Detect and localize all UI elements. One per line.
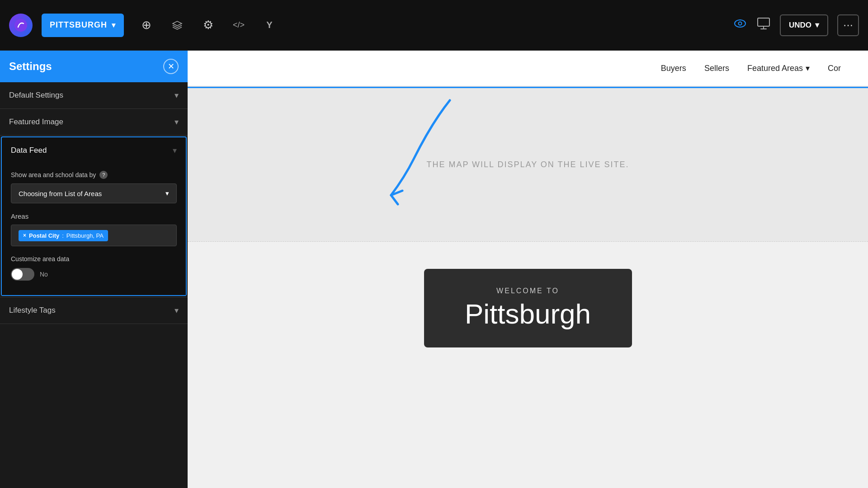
dropdown-chevron-icon: ▾ xyxy=(165,189,169,197)
settings-title: Settings xyxy=(9,60,52,73)
customize-toggle[interactable] xyxy=(11,268,34,281)
default-settings-label: Default Settings xyxy=(9,91,63,100)
area-tag-remove[interactable]: × xyxy=(23,232,26,239)
welcome-city-text: Pittsburgh xyxy=(460,299,596,329)
nav-sellers[interactable]: Sellers xyxy=(704,64,729,73)
svg-point-1 xyxy=(735,20,745,27)
lifestyle-tags-header[interactable]: Lifestyle Tags ▾ xyxy=(0,297,188,324)
lifestyle-chevron-icon: ▾ xyxy=(175,305,179,315)
layers-icon[interactable] xyxy=(168,16,186,34)
lifestyle-tags-section: Lifestyle Tags ▾ xyxy=(0,297,188,324)
undo-button[interactable]: UNDO ▾ xyxy=(780,14,828,36)
toggle-knob xyxy=(12,269,23,280)
featured-areas-chevron-icon: ▾ xyxy=(806,63,810,73)
undo-label: UNDO xyxy=(789,21,811,30)
city-selector[interactable]: PITTSBURGH ▾ xyxy=(42,14,124,37)
nav-cor[interactable]: Cor xyxy=(828,64,841,73)
areas-input[interactable]: × Postal City : Pittsburgh, PA xyxy=(11,225,177,246)
area-tag-separator: : xyxy=(62,232,64,239)
nav-buyers[interactable]: Buyers xyxy=(661,64,686,73)
add-icon[interactable]: ⊕ xyxy=(137,16,156,34)
welcome-section: WELCOME TO Pittsburgh xyxy=(188,242,868,375)
featured-image-chevron-icon: ▾ xyxy=(175,117,179,127)
data-feed-content: Show area and school data by ? Choosing … xyxy=(2,164,186,295)
code-icon[interactable]: </> xyxy=(230,16,248,34)
welcome-to-text: WELCOME TO xyxy=(460,287,596,295)
data-feed-chevron-icon: ▾ xyxy=(173,145,177,155)
default-settings-header[interactable]: Default Settings ▾ xyxy=(0,82,188,108)
default-settings-section: Default Settings ▾ xyxy=(0,82,188,109)
undo-chevron-icon: ▾ xyxy=(815,20,819,30)
nav-featured-areas[interactable]: Featured Areas ▾ xyxy=(747,63,810,73)
data-feed-header[interactable]: Data Feed ▾ xyxy=(2,137,186,164)
yoast-icon[interactable]: Y xyxy=(260,16,278,34)
area-tag: × Postal City : Pittsburgh, PA xyxy=(19,230,108,241)
lifestyle-tags-label: Lifestyle Tags xyxy=(9,306,56,315)
monitor-icon[interactable] xyxy=(756,16,771,34)
settings-sidebar: Settings ✕ Default Settings ▾ Featured I… xyxy=(0,51,188,488)
top-bar-right: UNDO ▾ ⋯ xyxy=(733,14,859,36)
toggle-label: No xyxy=(40,271,48,278)
customize-label: Customize area data xyxy=(11,255,177,263)
top-bar: PITTSBURGH ▾ ⊕ ⚙ </> Y xyxy=(0,0,868,51)
map-placeholder: THE MAP WILL DISPLAY ON THE LIVE SITE. xyxy=(188,88,868,242)
settings-close-button[interactable]: ✕ xyxy=(163,59,179,74)
default-settings-chevron-icon: ▾ xyxy=(175,90,179,100)
nav-icons: ⊕ ⚙ </> Y xyxy=(137,16,278,34)
help-icon[interactable]: ? xyxy=(99,171,108,179)
website-nav: Buyers Sellers Featured Areas ▾ Cor xyxy=(188,51,868,87)
data-feed-section: Data Feed ▾ Show area and school data by… xyxy=(1,136,187,296)
areas-label: Areas xyxy=(11,212,177,220)
logo[interactable] xyxy=(9,14,33,37)
main-layout: Settings ✕ Default Settings ▾ Featured I… xyxy=(0,51,868,488)
toggle-row: No xyxy=(11,268,177,281)
svg-rect-3 xyxy=(758,18,769,26)
show-area-label: Show area and school data by ? xyxy=(11,171,177,179)
area-data-selected: Choosing from List of Areas xyxy=(19,190,102,197)
settings-gear-icon[interactable]: ⚙ xyxy=(199,16,217,34)
area-tag-type: Postal City xyxy=(29,232,59,239)
svg-point-0 xyxy=(14,19,27,32)
featured-image-section: Featured Image ▾ xyxy=(0,109,188,136)
chevron-down-icon: ▾ xyxy=(112,21,116,29)
area-data-dropdown[interactable]: Choosing from List of Areas ▾ xyxy=(11,183,177,203)
data-feed-label: Data Feed xyxy=(11,146,47,155)
area-tag-value: Pittsburgh, PA xyxy=(66,232,104,239)
map-placeholder-text: THE MAP WILL DISPLAY ON THE LIVE SITE. xyxy=(426,160,629,169)
settings-header: Settings ✕ xyxy=(0,51,188,82)
welcome-card: WELCOME TO Pittsburgh xyxy=(424,269,632,347)
city-label: PITTSBURGH xyxy=(50,20,107,30)
preview-icon[interactable] xyxy=(733,16,747,34)
more-icon[interactable]: ⋯ xyxy=(837,14,859,36)
featured-image-header[interactable]: Featured Image ▾ xyxy=(0,109,188,135)
featured-image-label: Featured Image xyxy=(9,117,63,127)
preview-area: Buyers Sellers Featured Areas ▾ Cor THE … xyxy=(188,51,868,488)
svg-point-2 xyxy=(738,22,741,25)
